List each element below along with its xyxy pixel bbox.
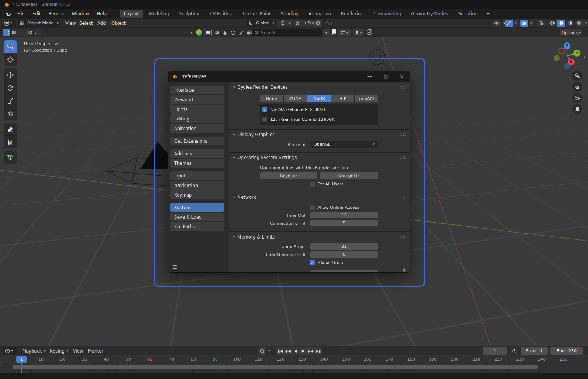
menu-help[interactable]: Help xyxy=(93,10,111,18)
cursor-tool[interactable] xyxy=(4,53,17,66)
workspace-tab-shading[interactable]: Shading xyxy=(276,10,303,18)
start-frame-field[interactable]: Start 1 xyxy=(521,347,548,355)
grip-icon[interactable] xyxy=(399,236,406,239)
current-frame-field[interactable]: 1 xyxy=(483,347,507,355)
select-mode-subtract-button[interactable] xyxy=(18,29,26,36)
globe-icon[interactable] xyxy=(229,29,237,36)
measure-tool[interactable] xyxy=(4,136,17,148)
section-header[interactable]: ▾Cycles Render Devices xyxy=(233,85,288,90)
menu-select[interactable]: Select xyxy=(76,20,96,27)
preferences-menu-icon[interactable]: ☰ xyxy=(172,264,178,270)
stopwatch-icon[interactable] xyxy=(510,347,518,355)
timeline-editor-type-button[interactable]: ▾ xyxy=(3,347,17,355)
navigation-gizmo[interactable]: Z Y X xyxy=(552,42,581,71)
pan-hand-button[interactable] xyxy=(572,82,582,92)
app-menu-icon[interactable] xyxy=(3,11,13,17)
grip-icon[interactable] xyxy=(399,86,406,89)
section-header[interactable]: ▾Memory & Limits xyxy=(233,234,275,240)
shading-rendered-icon[interactable] xyxy=(575,20,583,27)
previous-keyframe-button[interactable]: ◆◀ xyxy=(284,347,292,355)
playback-menu[interactable]: Playback▾ xyxy=(19,347,49,355)
maximize-button[interactable]: ▢ xyxy=(378,71,394,82)
bookmark-icon[interactable] xyxy=(332,29,336,35)
copy-stack-icon[interactable] xyxy=(245,29,253,36)
undo-memory-field[interactable]: 0 xyxy=(310,251,378,258)
transform-orientation-dropdown[interactable]: Global ▾ xyxy=(247,20,276,27)
playhead-badge[interactable]: 1 xyxy=(16,356,27,363)
orthographic-toggle-button[interactable] xyxy=(572,104,582,114)
workspace-tab-compositing[interactable]: Compositing xyxy=(369,10,405,18)
menu-window[interactable]: Window xyxy=(68,10,93,18)
search-input[interactable] xyxy=(261,30,315,35)
add-cube-tool[interactable] xyxy=(4,151,17,164)
checkbox-checked[interactable]: ✓ xyxy=(262,107,267,112)
device-type-cuda[interactable]: CUDA xyxy=(284,95,307,102)
sidebar-item-editing[interactable]: Editing xyxy=(170,114,224,123)
workspace-tab-texture-paint[interactable]: Texture Paint xyxy=(238,10,275,18)
end-frame-field[interactable]: End 250 xyxy=(550,347,583,355)
device-type-oneapi[interactable]: oneAPI xyxy=(355,95,378,102)
menu-file[interactable]: File xyxy=(13,10,28,18)
proportional-editing-icon[interactable] xyxy=(314,20,322,27)
timeline-ruler[interactable]: › 10203040506070809010011012013014015016… xyxy=(0,355,588,373)
auto-keying-dropdown[interactable]: ▾ xyxy=(267,347,272,355)
sidebar-item-system[interactable]: System xyxy=(170,203,224,212)
sidebar-item-lights[interactable]: Lights xyxy=(170,105,224,114)
sidebar-item-save-load[interactable]: Save & Load xyxy=(170,213,224,221)
timeline-view-menu[interactable]: View xyxy=(70,347,86,355)
workspace-tab-animation[interactable]: Animation xyxy=(304,10,335,18)
sidebar-item-navigation[interactable]: Navigation xyxy=(170,181,224,190)
auto-keying-button[interactable] xyxy=(258,347,266,355)
preferences-title-bar[interactable]: Preferences — ▢ ✕ xyxy=(168,71,410,82)
shading-material-icon[interactable] xyxy=(566,20,574,27)
scroll-right-arrow[interactable]: ‹ xyxy=(586,360,587,365)
grip-icon[interactable] xyxy=(399,156,406,159)
workspace-tab-rendering[interactable]: Rendering xyxy=(337,10,368,18)
options-button[interactable]: Options ▾ xyxy=(560,29,582,36)
xray-toggle[interactable] xyxy=(537,20,546,27)
connection-limit-field[interactable]: 5 xyxy=(310,220,378,226)
timeline-marker-menu[interactable]: Marker xyxy=(85,347,106,355)
jump-to-end-button[interactable]: ▶▮ xyxy=(315,347,322,355)
checkbox-checked[interactable]: ✓ xyxy=(310,260,315,265)
workspace-tab-sculpting[interactable]: Sculpting xyxy=(175,10,204,18)
section-header[interactable]: ▾Network xyxy=(233,195,256,200)
annotate-tool[interactable] xyxy=(4,123,17,135)
for-all-users-row[interactable]: For All Users xyxy=(310,182,344,187)
play-reverse-button[interactable]: ◀ xyxy=(292,347,299,355)
select-mode-extend-button[interactable] xyxy=(11,29,18,36)
console-scrollback-field[interactable]: 256 xyxy=(310,270,378,273)
transform-tool[interactable] xyxy=(4,107,17,120)
workspace-tab-layout[interactable]: Layout xyxy=(120,10,143,18)
sidebar-item-viewport[interactable]: Viewport xyxy=(170,95,224,104)
shading-solid-icon[interactable] xyxy=(557,20,565,27)
timeline-scrollbar[interactable] xyxy=(13,365,538,369)
checkbox-unchecked[interactable] xyxy=(262,117,267,122)
section-header[interactable]: ▾Display Graphics xyxy=(233,132,274,137)
checkbox-unchecked[interactable] xyxy=(310,182,315,187)
sidebar-item-animation[interactable]: Animation xyxy=(170,124,224,133)
shading-wireframe-icon[interactable] xyxy=(548,20,557,27)
close-button[interactable]: ✕ xyxy=(394,71,410,82)
select-mode-new-button[interactable] xyxy=(3,29,10,36)
workspace-tab-uv-editing[interactable]: UV Editing xyxy=(205,10,237,18)
droplet-icon[interactable] xyxy=(221,29,229,36)
proportional-editing-group[interactable]: ▾ xyxy=(314,20,334,27)
sidebar-toggle-arrow[interactable]: ‹ xyxy=(583,54,585,60)
select-mode-invert-button[interactable] xyxy=(26,29,33,36)
overlays-toggle[interactable]: ▾ xyxy=(520,20,534,27)
jump-to-start-button[interactable]: ▮◀ xyxy=(276,347,284,355)
sidebar-item-themes[interactable]: Themes xyxy=(170,159,224,168)
device-type-none[interactable]: None xyxy=(260,95,283,102)
sidebar-item-keymap[interactable]: Keymap xyxy=(170,190,224,199)
pie-chart-icon[interactable] xyxy=(213,29,220,36)
move-tool[interactable] xyxy=(4,68,17,81)
zoom-button[interactable] xyxy=(572,71,582,81)
global-undo-row[interactable]: ✓ Global Undo xyxy=(310,260,343,265)
menu-render[interactable]: Render xyxy=(45,10,68,18)
device-type-hip[interactable]: HIP xyxy=(331,95,354,102)
brush-icon[interactable] xyxy=(237,29,245,36)
marker-region-arrow[interactable]: › xyxy=(0,360,2,365)
section-header[interactable]: ▾Operating System Settings xyxy=(233,155,297,160)
scale-tool[interactable] xyxy=(4,94,17,107)
